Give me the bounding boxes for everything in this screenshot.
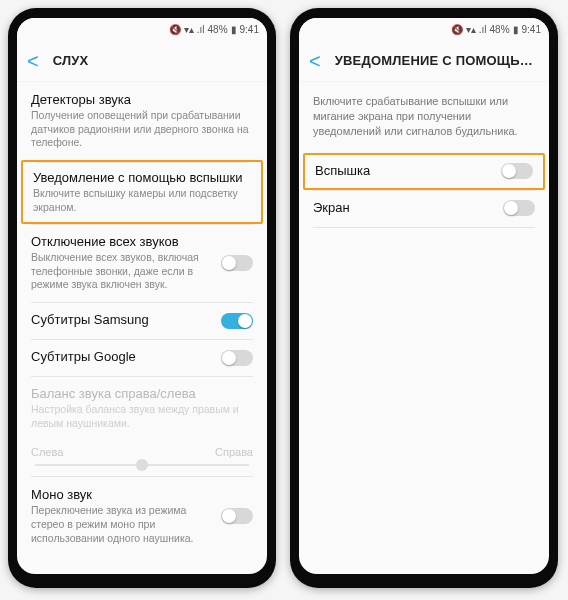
settings-list[interactable]: Включите срабатывание вспышки или мигани… <box>299 82 549 574</box>
page-title: СЛУХ <box>53 53 89 68</box>
item-title: Отключение всех звуков <box>31 234 213 249</box>
item-subtitle: Выключение всех звуков, включая телефонн… <box>31 251 213 292</box>
toggle-screen[interactable] <box>503 200 535 216</box>
back-button[interactable]: < <box>27 51 39 71</box>
clock: 9:41 <box>240 24 259 35</box>
app-bar: < СЛУХ <box>17 40 267 82</box>
item-sound-balance: Баланс звука справа/слева Настройка бала… <box>17 376 267 440</box>
settings-list[interactable]: Детекторы звука Получение оповещений при… <box>17 82 267 574</box>
battery-icon: ▮ <box>513 24 519 35</box>
item-flash[interactable]: Вспышка <box>303 153 545 190</box>
toggle-subtitles-samsung[interactable] <box>221 313 253 329</box>
item-title: Моно звук <box>31 487 213 502</box>
item-subtitle: Переключение звука из режима стерео в ре… <box>31 504 213 545</box>
signal-icon: .ıl <box>479 24 487 35</box>
phone-left: 🔇 ▾▴ .ıl 48% ▮ 9:41 < СЛУХ Детекторы зву… <box>8 8 276 588</box>
mute-icon: 🔇 <box>451 24 463 35</box>
mute-icon: 🔇 <box>169 24 181 35</box>
toggle-mute-all[interactable] <box>221 255 253 271</box>
item-mute-all[interactable]: Отключение всех звуков Выключение всех з… <box>17 224 267 302</box>
screen-right: 🔇 ▾▴ .ıl 48% ▮ 9:41 < УВЕДОМЛЕНИЕ С ПОМО… <box>299 18 549 574</box>
balance-right-label: Справа <box>215 446 253 458</box>
item-subtitle: Включите вспышку камеры или подсветку эк… <box>33 187 251 214</box>
screen-left: 🔇 ▾▴ .ıl 48% ▮ 9:41 < СЛУХ Детекторы зву… <box>17 18 267 574</box>
balance-slider-labels: Слева Справа <box>17 440 267 460</box>
item-subtitles-samsung[interactable]: Субтитры Samsung <box>17 302 267 339</box>
signal-icon: .ıl <box>197 24 205 35</box>
status-bar: 🔇 ▾▴ .ıl 48% ▮ 9:41 <box>299 18 549 40</box>
item-title: Уведомление с помощью вспышки <box>33 170 251 185</box>
battery-icon: ▮ <box>231 24 237 35</box>
wifi-icon: ▾▴ <box>184 24 194 35</box>
item-title: Детекторы звука <box>31 92 253 107</box>
item-title: Субтитры Samsung <box>31 312 213 327</box>
item-mono-audio[interactable]: Моно звук Переключение звука из режима с… <box>17 477 267 555</box>
item-sound-detectors[interactable]: Детекторы звука Получение оповещений при… <box>17 82 267 160</box>
battery-pct: 48% <box>208 24 228 35</box>
item-subtitles-google[interactable]: Субтитры Google <box>17 339 267 376</box>
item-title: Экран <box>313 200 495 215</box>
wifi-icon: ▾▴ <box>466 24 476 35</box>
battery-pct: 48% <box>490 24 510 35</box>
back-button[interactable]: < <box>309 51 321 71</box>
page-title: УВЕДОМЛЕНИЕ С ПОМОЩЬЮ ВСПЫШКИ <box>335 53 539 68</box>
clock: 9:41 <box>522 24 541 35</box>
toggle-flash[interactable] <box>501 163 533 179</box>
phone-right: 🔇 ▾▴ .ıl 48% ▮ 9:41 < УВЕДОМЛЕНИЕ С ПОМО… <box>290 8 558 588</box>
item-title: Баланс звука справа/слева <box>31 386 253 401</box>
balance-left-label: Слева <box>31 446 63 458</box>
item-subtitle: Получение оповещений при срабатывании да… <box>31 109 253 150</box>
item-flash-notification[interactable]: Уведомление с помощью вспышки Включите в… <box>21 160 263 224</box>
item-subtitle: Настройка баланса звука между правым и л… <box>31 403 253 430</box>
page-description: Включите срабатывание вспышки или мигани… <box>299 82 549 153</box>
app-bar: < УВЕДОМЛЕНИЕ С ПОМОЩЬЮ ВСПЫШКИ <box>299 40 549 82</box>
toggle-subtitles-google[interactable] <box>221 350 253 366</box>
item-screen[interactable]: Экран <box>299 190 549 227</box>
status-bar: 🔇 ▾▴ .ıl 48% ▮ 9:41 <box>17 18 267 40</box>
toggle-mono-audio[interactable] <box>221 508 253 524</box>
item-title: Субтитры Google <box>31 349 213 364</box>
balance-slider <box>35 464 249 466</box>
item-title: Вспышка <box>315 163 493 178</box>
